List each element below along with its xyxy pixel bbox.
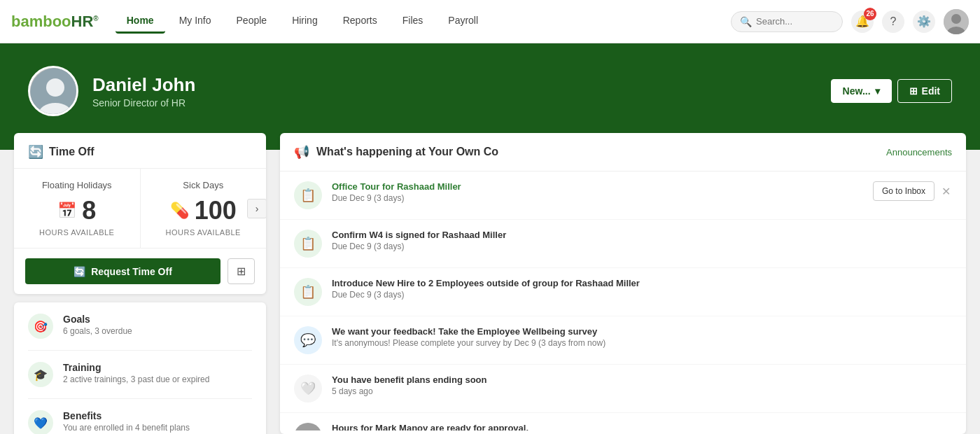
training-row[interactable]: 🎓 Training 2 active trainings, 3 past du… xyxy=(28,351,252,399)
edit-button[interactable]: ⊞ Edit xyxy=(897,79,952,103)
notifications-button[interactable]: 🔔 26 xyxy=(851,10,874,33)
svg-point-4 xyxy=(46,78,64,97)
floating-holidays-col: Floating Holidays 📅 8 HOURS AVAILABLE xyxy=(14,169,140,248)
nav-files[interactable]: Files xyxy=(391,9,435,34)
sick-days-unit: HOURS AVAILABLE xyxy=(155,228,253,237)
feed-title[interactable]: Office Tour for Rashaad Miller xyxy=(332,181,863,192)
logo: bambooHR® xyxy=(11,13,99,31)
feed-content: Confirm W4 is signed for Rashaad Miller … xyxy=(332,230,952,251)
search-icon: 🔍 xyxy=(740,16,752,27)
new-button-label: New... xyxy=(843,85,871,97)
nav-reports[interactable]: Reports xyxy=(332,9,388,34)
feed-sub: Due Dec 9 (3 days) xyxy=(332,193,863,203)
nav-myinfo[interactable]: My Info xyxy=(168,9,223,34)
whats-header-left: 📢 What's happening at Your Own Co xyxy=(294,144,498,160)
left-panel: 🔄 Time Off Floating Holidays 📅 8 HOURS A… xyxy=(14,133,266,434)
feed-title[interactable]: We want your feedback! Take the Employee… xyxy=(332,326,952,337)
goals-row[interactable]: 🎯 Goals 6 goals, 3 overdue xyxy=(28,302,252,351)
feed-content: Office Tour for Rashaad Miller Due Dec 9… xyxy=(332,181,863,203)
hero-left: Daniel John Senior Director of HR xyxy=(28,66,195,116)
edit-button-label: Edit xyxy=(922,85,940,97)
whats-happening-panel: 📢 What's happening at Your Own Co Announ… xyxy=(280,133,966,434)
feed-sub: Due Dec 9 (3 days) xyxy=(332,241,952,251)
hero-name: Daniel John xyxy=(92,74,195,96)
nav-links: Home My Info People Hiring Reports Files… xyxy=(115,9,731,34)
help-button[interactable]: ? xyxy=(882,10,904,33)
training-icon: 🎓 xyxy=(28,362,53,387)
goals-sub: 6 goals, 3 overdue xyxy=(63,326,132,336)
benefits-row[interactable]: 💙 Benefits You are enrolled in 4 benefit… xyxy=(28,399,252,434)
goals-label: Goals xyxy=(63,314,132,325)
sick-days-label: Sick Days xyxy=(155,180,253,190)
hero-actions: New... ▾ ⊞ Edit xyxy=(831,79,952,103)
floating-holidays-value-row: 📅 8 xyxy=(28,196,126,225)
main-content: 🔄 Time Off Floating Holidays 📅 8 HOURS A… xyxy=(0,133,980,434)
table-icon: ⊞ xyxy=(237,265,246,277)
feed-title[interactable]: You have benefit plans ending soon xyxy=(332,374,952,385)
feed-title[interactable]: Confirm W4 is signed for Rashaad Miller xyxy=(332,230,952,240)
feed-title[interactable]: Introduce New Hire to 2 Employees outsid… xyxy=(332,278,952,288)
feed-avatar: 📋 xyxy=(294,278,322,306)
time-off-title: Time Off xyxy=(49,146,94,158)
announcements-link[interactable]: Announcements xyxy=(886,147,952,158)
feed-item: 💬 We want your feedback! Take the Employ… xyxy=(280,316,966,365)
megaphone-icon: 📢 xyxy=(294,144,309,160)
request-time-off-label: Request Time Off xyxy=(91,266,172,277)
nav-right: 🔍 🔔 26 ? ⚙️ xyxy=(731,9,969,34)
time-off-arrow-button[interactable]: › xyxy=(247,199,266,218)
feed-item: 📋 Office Tour for Rashaad Miller Due Dec… xyxy=(280,172,966,220)
go-to-inbox-button[interactable]: Go to Inbox xyxy=(873,181,934,201)
feed-content: Hours for Mark Manoy are ready for appro… xyxy=(332,423,952,430)
benefits-icon: 💙 xyxy=(28,410,53,434)
nav-people[interactable]: People xyxy=(225,9,279,34)
refresh-icon: 🔄 xyxy=(74,266,85,277)
feed-content: Introduce New Hire to 2 Employees outsid… xyxy=(332,278,952,300)
user-avatar[interactable] xyxy=(944,9,969,34)
search-input[interactable] xyxy=(756,16,840,27)
feed-content: You have benefit plans ending soon 5 day… xyxy=(332,374,952,396)
settings-button[interactable]: ⚙️ xyxy=(913,10,935,33)
nav-home[interactable]: Home xyxy=(115,9,165,34)
sidebar-items-card: 🎯 Goals 6 goals, 3 overdue 🎓 Training 2 … xyxy=(14,302,266,434)
training-info: Training 2 active trainings, 3 past due … xyxy=(63,362,209,384)
sick-days-value-row: 💊 100 xyxy=(155,196,253,225)
request-time-off-button[interactable]: 🔄 Request Time Off xyxy=(25,258,220,284)
activity-feed: 📋 Office Tour for Rashaad Miller Due Dec… xyxy=(280,172,966,430)
time-off-card: 🔄 Time Off Floating Holidays 📅 8 HOURS A… xyxy=(14,133,266,294)
calendar-icon: 📅 xyxy=(57,202,76,220)
feed-item: MM Hours for Mark Manoy are ready for ap… xyxy=(280,413,966,430)
hero-info: Daniel John Senior Director of HR xyxy=(92,74,195,108)
search-box[interactable]: 🔍 xyxy=(731,11,843,32)
hero-avatar xyxy=(28,66,78,116)
goals-info: Goals 6 goals, 3 overdue xyxy=(63,314,132,336)
feed-avatar: 🤍 xyxy=(294,374,322,402)
sick-days-value: 100 xyxy=(195,196,237,225)
nav-payroll[interactable]: Payroll xyxy=(437,9,489,34)
floating-holidays-value: 8 xyxy=(82,196,96,225)
feed-title[interactable]: Hours for Mark Manoy are ready for appro… xyxy=(332,423,952,430)
training-sub: 2 active trainings, 3 past due or expire… xyxy=(63,374,209,384)
chevron-down-icon: ▾ xyxy=(875,85,880,97)
nav-hiring[interactable]: Hiring xyxy=(281,9,329,34)
feed-action: Go to Inbox ✕ xyxy=(873,181,952,201)
whats-happening-title: What's happening at Your Own Co xyxy=(316,146,498,158)
time-off-icon: 🔄 xyxy=(28,144,43,160)
calendar-view-button[interactable]: ⊞ xyxy=(227,258,255,284)
training-label: Training xyxy=(63,362,209,373)
grid-icon: ⊞ xyxy=(909,85,918,97)
close-feed-item-button[interactable]: ✕ xyxy=(940,183,952,200)
time-off-columns: Floating Holidays 📅 8 HOURS AVAILABLE Si… xyxy=(14,169,266,248)
navbar: bambooHR® Home My Info People Hiring Rep… xyxy=(0,0,980,43)
hero-title: Senior Director of HR xyxy=(92,97,195,108)
new-button[interactable]: New... ▾ xyxy=(831,79,892,103)
benefits-label: Benefits xyxy=(63,410,190,421)
feed-avatar: 💬 xyxy=(294,326,322,354)
notification-badge: 26 xyxy=(864,8,876,20)
time-off-actions: 🔄 Request Time Off ⊞ xyxy=(14,248,266,294)
floating-holidays-label: Floating Holidays xyxy=(28,180,126,190)
feed-item: 📋 Confirm W4 is signed for Rashaad Mille… xyxy=(280,220,966,268)
benefits-sub: You are enrolled in 4 benefit plans xyxy=(63,423,190,433)
feed-sub: It's anonymous! Please complete your sur… xyxy=(332,338,952,348)
floating-holidays-unit: HOURS AVAILABLE xyxy=(28,228,126,237)
benefits-info: Benefits You are enrolled in 4 benefit p… xyxy=(63,410,190,433)
